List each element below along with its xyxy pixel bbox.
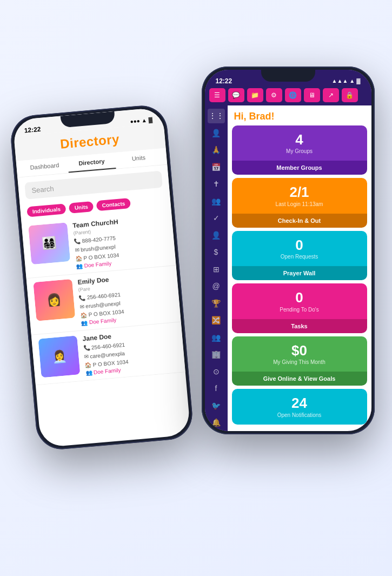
card-bottom-tasks: Tasks [232,319,367,333]
sidebar-icon-groups[interactable]: 👥 [208,194,225,209]
sidebar-icon-location[interactable]: ⊙ [208,364,225,379]
sidebar-icon-calendar[interactable]: 📅 [208,160,225,175]
avatar: 👨‍👩‍👧‍👦 [28,222,70,264]
main-content: Hi, Brad! 4 My Groups Member Groups [228,105,371,431]
phone-left: 12:22 ●●● ▲ ▓ Directory Dashboard Direct… [9,103,194,451]
monitor-button[interactable]: 🖥 [304,88,320,102]
time-left: 12:22 [24,125,41,134]
globe-button[interactable]: 🌐 [285,88,301,102]
settings-button[interactable]: ⚙ [266,88,282,102]
card-sublabel-notifications: Open Notifications [277,412,322,418]
card-label-prayer: Prayer Wall [283,270,316,276]
sidebar-icon-grid[interactable]: ⋮⋮ [208,109,225,124]
phone-right: 12:22 ▲▲▲ ▲ ▓ ☰ 💬 📁 ⚙ 🌐 🖥 ↗ 🔒 [202,67,375,434]
time-right: 12:22 [216,77,232,85]
card-number-checkin: 2/1 [289,184,309,200]
signal-icon-left: ●●● [130,117,140,124]
contact-info: Emily Doe (Pare 📞 256-460-6921 ✉ erush@u… [77,270,174,326]
filter-units[interactable]: Units [69,201,94,213]
sidebar-icon-building[interactable]: 🏢 [208,347,225,362]
sidebar-icon-shuffle[interactable]: 🔀 [208,313,225,328]
card-member-groups[interactable]: 4 My Groups Member Groups [232,125,367,175]
card-number-groups: 4 [295,132,303,148]
sidebar-icon-trophy[interactable]: 🏆 [208,296,225,311]
card-checkin[interactable]: 2/1 Last Login 11:13am Check-In & Out [232,178,367,228]
avatar-emily-image: 👩 [33,279,75,321]
files-button[interactable]: 📁 [247,88,263,102]
battery-icon-right: ▓ [356,78,360,84]
card-label-checkin: Check-In & Out [278,217,321,224]
sidebar-icon-bell[interactable]: 🔔 [208,415,225,431]
card-top-member-groups: 4 My Groups [232,125,367,161]
phone-right-content: 12:22 ▲▲▲ ▲ ▓ ☰ 💬 📁 ⚙ 🌐 🖥 ↗ 🔒 [205,70,371,431]
card-top-tasks: 0 Pending To Do's [232,283,367,319]
card-sublabel-giving: My Giving This Month [273,359,325,365]
phones-container: 12:22 ●●● ▲ ▓ Directory Dashboard Direct… [7,12,386,564]
avatar-group-image: 👨‍👩‍👧‍👦 [28,222,70,264]
card-notifications[interactable]: 24 Open Notifications [232,389,367,425]
dashboard-layout: ⋮⋮ 👤 🙏 📅 ✝ 👥 ✓ 👤 $ ⊞ @ 🏆 🔀 👥 [205,105,371,431]
phone-left-content: 12:22 ●●● ▲ ▓ Directory Dashboard Direct… [12,107,191,448]
sidebar-icon-dollar[interactable]: $ [208,245,225,260]
card-sublabel-checkin: Last Login 11:13am [276,201,323,207]
card-label-giving: Give Online & View Goals [263,375,336,382]
sidebar-icon-prayer[interactable]: 🙏 [208,143,225,158]
sidebar-icon-user[interactable]: 👤 [208,228,225,243]
share-button[interactable]: ↗ [323,88,339,102]
card-number-prayer: 0 [295,237,303,253]
card-sublabel-tasks: Pending To Do's [280,307,318,313]
lock-button[interactable]: 🔒 [342,88,358,102]
card-label-tasks: Tasks [291,323,307,329]
sidebar-icon-table[interactable]: ⊞ [208,262,225,277]
menu-button[interactable]: ☰ [209,88,225,102]
sidebar-icon-twitter[interactable]: 🐦 [208,398,225,413]
filter-individuals[interactable]: Individuals [26,203,67,217]
contact-info: Team ChurchH (Parent) 📞 888-420-7775 ✉ b… [72,214,169,269]
notch-right [261,70,315,82]
card-bottom-checkin: Check-In & Out [232,214,367,228]
card-bottom-groups: Member Groups [232,161,367,175]
avatar-jane-image: 👩‍💼 [38,335,80,378]
sidebar-icon-person[interactable]: 👤 [208,125,225,141]
card-sublabel-groups: My Groups [286,148,313,154]
top-toolbar: ☰ 💬 📁 ⚙ 🌐 🖥 ↗ 🔒 [205,86,371,105]
card-sublabel-prayer: Open Requests [281,254,318,260]
phone-left-screen: 12:22 ●●● ▲ ▓ Directory Dashboard Direct… [12,107,191,448]
card-giving[interactable]: $0 My Giving This Month Give Online & Vi… [232,336,367,386]
phone-right-screen: 12:22 ▲▲▲ ▲ ▓ ☰ 💬 📁 ⚙ 🌐 🖥 ↗ 🔒 [205,70,371,431]
card-bottom-giving: Give Online & View Goals [232,372,367,386]
battery-icon-left: ▓ [148,116,152,123]
sidebar-icon-team[interactable]: 👥 [208,330,225,345]
greeting: Hi, Brad! [228,105,371,125]
card-number-notifications: 24 [291,395,307,411]
card-top-checkin: 2/1 Last Login 11:13am [232,178,367,214]
card-top-notifications: 24 Open Notifications [232,389,367,425]
card-number-tasks: 0 [295,290,303,306]
contact-info: Jane Doe 📞 256-460-6921 ✉ care@unexpla 🏠… [82,327,178,376]
card-top-prayer: 0 Open Requests [232,231,367,267]
wifi-icon-right: ▲ [349,78,355,84]
directory-list: 👨‍👩‍👧‍👦 Team ChurchH (Parent) 📞 888-420-… [21,209,185,385]
card-label-groups: Member Groups [276,164,322,171]
card-number-giving: $0 [291,343,307,359]
wifi-icon-left: ▲ [141,117,147,123]
sidebar: ⋮⋮ 👤 🙏 📅 ✝ 👥 ✓ 👤 $ ⊞ @ 🏆 🔀 👥 [205,105,228,431]
status-icons-right: ▲▲▲ ▲ ▓ [332,78,361,84]
card-top-giving: $0 My Giving This Month [232,336,367,372]
card-tasks[interactable]: 0 Pending To Do's Tasks [232,283,367,333]
sidebar-icon-facebook[interactable]: f [208,381,225,396]
card-prayer[interactable]: 0 Open Requests Prayer Wall [232,231,367,281]
status-icons-left: ●●● ▲ ▓ [130,116,152,124]
chat-button[interactable]: 💬 [228,88,244,102]
filter-contacts[interactable]: Contacts [96,197,130,210]
avatar: 👩 [33,279,75,321]
card-bottom-prayer: Prayer Wall [232,266,367,280]
sidebar-icon-cross[interactable]: ✝ [208,177,225,192]
sidebar-icon-check[interactable]: ✓ [208,211,225,226]
sidebar-icon-at[interactable]: @ [208,279,225,294]
avatar: 👩‍💼 [38,335,80,378]
signal-icon-right: ▲▲▲ [332,78,348,84]
